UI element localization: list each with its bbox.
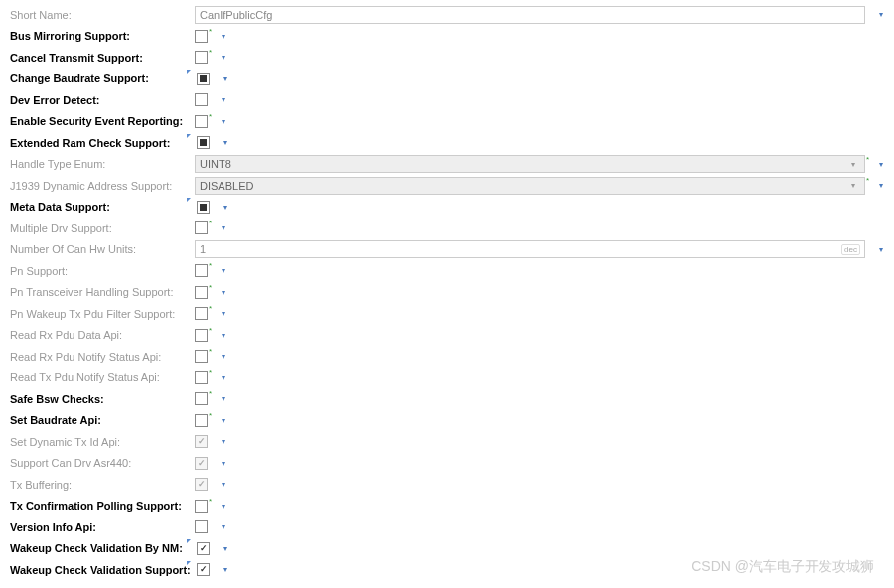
checkbox[interactable] xyxy=(195,51,208,64)
dropdown-icon[interactable]: ▾ xyxy=(219,416,228,425)
dropdown-icon[interactable]: ▾ xyxy=(219,223,228,232)
default-marker-icon: * xyxy=(209,219,217,227)
field-row: Handle Type Enum:UINT8▾*▾ xyxy=(8,154,886,176)
checkbox[interactable] xyxy=(195,392,208,405)
dropdown-icon[interactable]: ▾ xyxy=(219,53,228,62)
checkbox[interactable] xyxy=(197,136,210,149)
field-row: Support Can Drv Asr440:▾ xyxy=(8,453,886,475)
default-marker-icon: * xyxy=(209,261,217,270)
dropdown-icon[interactable]: ▾ xyxy=(219,480,228,489)
field-row: Read Tx Pdu Notify Status Api:*▾ xyxy=(8,368,886,389)
field-row: Read Rx Pdu Data Api:*▾ xyxy=(8,325,886,347)
text-field[interactable]: CanIfPublicCfg xyxy=(195,6,865,24)
dropdown-icon[interactable]: ▾ xyxy=(219,117,228,126)
field-row: Set Baudrate Api:*▾ xyxy=(8,410,886,432)
checkbox[interactable] xyxy=(197,563,210,576)
dropdown-icon[interactable]: ▾ xyxy=(876,10,886,19)
field-label: Meta Data Support: xyxy=(8,201,187,213)
dropdown-icon[interactable]: ▾ xyxy=(219,309,228,318)
dropdown-icon[interactable]: ▾ xyxy=(219,95,228,104)
checkbox[interactable] xyxy=(195,520,208,533)
modified-indicator-icon xyxy=(187,134,193,140)
checkbox[interactable] xyxy=(195,500,208,513)
dropdown-icon[interactable]: ▾ xyxy=(219,266,228,275)
field-row: Safe Bsw Checks:*▾ xyxy=(8,388,886,410)
field-row: J1939 Dynamic Address Support:DISABLED▾*… xyxy=(8,175,886,197)
dropdown-icon[interactable]: ▾ xyxy=(219,459,228,468)
dropdown-icon[interactable]: ▾ xyxy=(221,74,230,83)
field-value: UINT8 xyxy=(200,158,846,170)
text-field[interactable]: 1dec xyxy=(195,240,865,258)
field-label: Read Rx Pdu Notify Status Api: xyxy=(8,351,187,363)
checkbox[interactable] xyxy=(195,221,208,234)
dropdown-icon[interactable]: ▾ xyxy=(219,394,228,403)
field-label: Tx Confirmation Polling Support: xyxy=(8,500,187,512)
field-row: Pn Support:*▾ xyxy=(8,260,886,282)
field-row: Change Baudrate Support:▾ xyxy=(8,69,886,90)
dropdown-icon[interactable]: ▾ xyxy=(219,331,228,340)
dropdown-icon[interactable]: ▾ xyxy=(876,245,886,254)
default-marker-icon: * xyxy=(209,112,217,121)
dropdown-icon[interactable]: ▾ xyxy=(219,437,228,446)
field-label: Version Info Api: xyxy=(8,521,187,533)
default-marker-icon: * xyxy=(209,347,217,356)
dropdown-icon[interactable]: ▾ xyxy=(219,502,228,511)
field-row: Meta Data Support:▾ xyxy=(8,197,886,219)
dropdown-icon[interactable]: ▾ xyxy=(221,544,230,553)
modified-indicator-icon xyxy=(187,70,193,75)
checkbox[interactable] xyxy=(195,371,208,384)
dropdown-icon[interactable]: ▾ xyxy=(219,373,228,382)
field-row: Dev Error Detect:▾ xyxy=(8,89,886,111)
dropdown-icon[interactable]: ▾ xyxy=(219,288,228,297)
field-label: Set Dynamic Tx Id Api: xyxy=(8,436,187,448)
field-row: Version Info Api:▾ xyxy=(8,516,886,538)
checkbox[interactable] xyxy=(195,264,208,277)
checkbox[interactable] xyxy=(195,93,208,106)
field-label: Tx Buffering: xyxy=(8,479,187,491)
checkbox[interactable] xyxy=(197,542,210,555)
select-field: DISABLED▾ xyxy=(195,177,865,195)
field-row: Wakeup Check Validation Support:▾ xyxy=(8,559,886,581)
field-row: Multiple Drv Support:*▾ xyxy=(8,218,886,239)
dropdown-icon[interactable]: ▾ xyxy=(221,565,230,574)
field-label: Support Can Drv Asr440: xyxy=(8,457,187,469)
checkbox[interactable] xyxy=(195,115,208,128)
field-label: Safe Bsw Checks: xyxy=(8,393,187,405)
default-marker-icon: * xyxy=(209,326,217,335)
dropdown-icon[interactable]: ▾ xyxy=(221,203,230,212)
checkbox[interactable] xyxy=(197,73,210,85)
field-label: Handle Type Enum: xyxy=(8,158,187,170)
field-label: Pn Support: xyxy=(8,265,187,277)
modified-indicator-icon xyxy=(187,198,193,204)
checkbox[interactable] xyxy=(197,201,210,214)
checkbox[interactable] xyxy=(195,30,208,43)
dropdown-icon[interactable]: ▾ xyxy=(221,138,230,147)
dropdown-icon[interactable]: ▾ xyxy=(219,32,228,41)
field-row: Enable Security Event Reporting:*▾ xyxy=(8,111,886,133)
default-marker-icon: * xyxy=(209,283,217,292)
dropdown-icon[interactable]: ▾ xyxy=(219,352,228,361)
checkbox[interactable] xyxy=(195,350,208,363)
field-value: CanIfPublicCfg xyxy=(200,9,860,21)
unit-badge: dec xyxy=(841,244,860,255)
field-row: Number Of Can Hw Units:1dec▾ xyxy=(8,239,886,261)
dropdown-icon[interactable]: ▾ xyxy=(876,181,886,190)
checkbox[interactable] xyxy=(195,307,208,320)
dropdown-icon[interactable]: ▾ xyxy=(876,160,886,169)
field-label: Cancel Transmit Support: xyxy=(8,52,187,64)
config-form: Short Name:CanIfPublicCfg▾Bus Mirroring … xyxy=(8,4,886,581)
default-marker-icon: * xyxy=(209,368,217,377)
field-label: Read Rx Pdu Data Api: xyxy=(8,329,187,341)
checkbox[interactable] xyxy=(195,329,208,342)
dropdown-icon[interactable]: ▾ xyxy=(219,522,228,531)
field-label: Read Tx Pdu Notify Status Api: xyxy=(8,371,187,383)
checkbox[interactable] xyxy=(195,414,208,427)
default-marker-icon: * xyxy=(209,389,217,398)
modified-indicator-icon xyxy=(187,561,193,567)
field-row: Pn Transceiver Handling Support:*▾ xyxy=(8,282,886,304)
checkbox[interactable] xyxy=(195,286,208,299)
default-marker-icon: * xyxy=(209,304,217,313)
default-marker-icon: * xyxy=(866,176,874,185)
field-row: Short Name:CanIfPublicCfg▾ xyxy=(8,4,886,26)
field-label: Set Baudrate Api: xyxy=(8,414,187,426)
